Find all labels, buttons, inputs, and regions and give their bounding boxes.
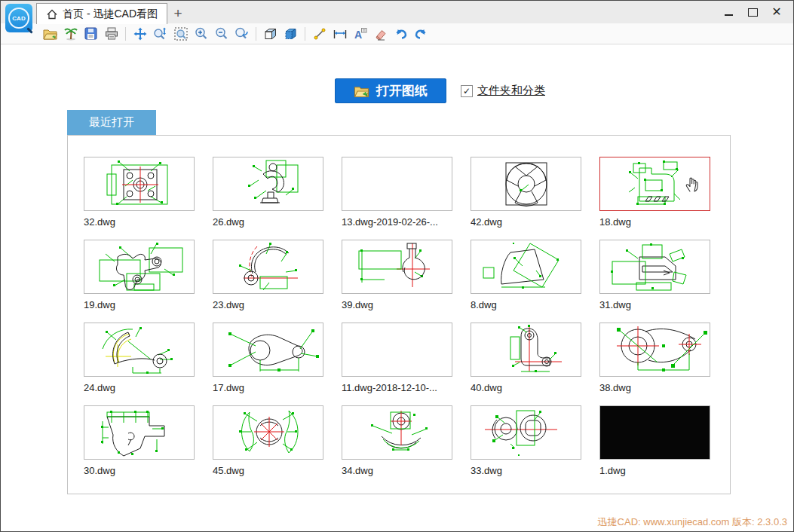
thumbnail-preview[interactable] xyxy=(599,405,710,460)
thumbnail-filename: 13.dwg-2019-02-26-... xyxy=(342,216,452,228)
thumbnail-preview[interactable] xyxy=(342,323,452,377)
toolbar: A xyxy=(1,23,793,44)
cad-drawing-sketch xyxy=(471,406,581,459)
folder-category-checkbox[interactable]: ✓ xyxy=(461,85,473,97)
measure-button[interactable] xyxy=(330,25,350,43)
zoom-out-button[interactable] xyxy=(211,25,231,43)
thumbnail-item[interactable]: 40.dwg xyxy=(471,323,581,395)
thumbnail-item[interactable]: 39.dwg xyxy=(342,240,452,312)
zoom-previous-button[interactable] xyxy=(231,25,252,43)
thumbnail-item[interactable]: 26.dwg xyxy=(213,157,323,229)
thumbnail-preview[interactable] xyxy=(342,157,452,211)
save-button[interactable] xyxy=(81,25,101,43)
maximize-button[interactable] xyxy=(740,2,765,23)
pan-icon xyxy=(133,27,147,41)
thumbnail-item[interactable]: 33.dwg xyxy=(471,405,581,478)
thumbnail-item[interactable]: 11.dwg-2018-12-10-... xyxy=(342,323,452,395)
thumbnail-preview[interactable] xyxy=(471,405,581,460)
cad-drawing-sketch xyxy=(342,406,452,459)
thumbnail-item[interactable]: 31.dwg xyxy=(599,240,710,312)
thumbnail-preview[interactable] xyxy=(213,405,323,460)
thumbnail-item[interactable]: 45.dwg xyxy=(213,405,323,478)
minimize-button[interactable] xyxy=(716,2,740,23)
thumbnail-filename: 1.dwg xyxy=(599,465,710,476)
tab-home[interactable]: 首页 - 迅捷CAD看图 xyxy=(36,3,167,24)
measure-icon xyxy=(333,27,348,41)
thumbnail-item[interactable]: 19.dwg xyxy=(84,240,195,312)
thumbnail-item[interactable]: 13.dwg-2019-02-26-... xyxy=(342,157,452,229)
close-icon: ✕ xyxy=(771,6,781,18)
thumbnail-preview[interactable] xyxy=(599,240,710,294)
new-tab-button[interactable]: + xyxy=(168,4,188,23)
title-bar[interactable]: 首页 - 迅捷CAD看图 + ✕ xyxy=(1,1,793,23)
thumbnail-item[interactable]: 32.dwg xyxy=(84,157,195,229)
thumbnail-preview[interactable] xyxy=(84,323,195,377)
open-drawing-label: 打开图纸 xyxy=(376,82,428,99)
thumbnail-item[interactable]: 1.dwg xyxy=(599,405,710,478)
svg-text:A: A xyxy=(354,29,362,41)
thumbnail-grid: 32.dwg 26.dwg 13.dwg-2019-02-26-... 42.d… xyxy=(84,157,710,478)
thumbnail-filename: 45.dwg xyxy=(213,465,323,476)
cad-drawing-sketch xyxy=(471,240,581,293)
cad-drawing-sketch xyxy=(213,240,323,293)
redo-button[interactable] xyxy=(411,25,431,43)
footer-version-text: 迅捷CAD: www.xunjiecad.com 版本: 2.3.0.3 xyxy=(598,515,787,529)
zoom-dynamic-icon xyxy=(153,27,167,41)
thumbnail-preview[interactable] xyxy=(471,157,581,211)
image-browse-button[interactable] xyxy=(60,25,81,43)
thumbnail-item[interactable]: 38.dwg xyxy=(599,323,710,395)
thumbnail-preview[interactable] xyxy=(84,405,195,460)
cad-drawing-sketch xyxy=(213,157,323,210)
image-browse-icon xyxy=(64,27,78,41)
thumbnail-filename: 23.dwg xyxy=(213,299,323,310)
view-3d-solid-icon xyxy=(284,27,298,41)
thumbnail-preview[interactable] xyxy=(84,240,195,294)
cad-drawing-sketch xyxy=(84,157,194,210)
thumbnail-preview[interactable] xyxy=(213,157,323,211)
folder-category-option[interactable]: ✓ 文件夹和分类 xyxy=(461,84,545,98)
thumbnail-item[interactable]: 18.dwg xyxy=(599,157,710,229)
open-folder-icon xyxy=(43,27,58,41)
open-drawing-button[interactable]: 打开图纸 xyxy=(335,78,446,103)
thumbnail-preview[interactable] xyxy=(84,157,195,211)
minimize-icon xyxy=(725,14,733,16)
zoom-window-button[interactable] xyxy=(170,25,191,43)
print-button[interactable] xyxy=(101,25,121,43)
thumbnail-item[interactable]: 23.dwg xyxy=(213,240,323,312)
thumbnail-preview[interactable] xyxy=(213,323,323,377)
zoom-in-icon xyxy=(195,27,208,41)
zoom-window-icon xyxy=(174,27,188,41)
thumbnail-item[interactable]: 24.dwg xyxy=(84,323,195,395)
eraser-button[interactable] xyxy=(370,25,391,43)
thumbnail-item[interactable]: 17.dwg xyxy=(213,323,323,395)
thumbnail-preview[interactable] xyxy=(471,323,581,377)
zoom-dynamic-button[interactable] xyxy=(150,25,170,43)
tab-recently-opened[interactable]: 最近打开 xyxy=(67,110,156,135)
text-tool-button[interactable]: A xyxy=(350,25,370,43)
thumbnail-preview[interactable] xyxy=(599,323,710,377)
thumbnail-filename: 18.dwg xyxy=(599,216,710,228)
thumbnail-preview[interactable] xyxy=(599,157,710,211)
pan-button[interactable] xyxy=(130,25,150,43)
thumbnail-item[interactable]: 8.dwg xyxy=(471,240,581,312)
cad-drawing-sketch xyxy=(600,323,710,376)
thumbnail-filename: 19.dwg xyxy=(84,299,195,310)
folder-category-label[interactable]: 文件夹和分类 xyxy=(477,84,545,98)
open-folder-button[interactable] xyxy=(40,25,60,43)
thumbnail-item[interactable]: 30.dwg xyxy=(84,405,195,478)
undo-button[interactable] xyxy=(391,25,411,43)
thumbnail-preview[interactable] xyxy=(213,240,323,294)
thumbnail-preview[interactable] xyxy=(342,240,452,294)
view-3d-solid-button[interactable] xyxy=(281,25,301,43)
line-tool-button[interactable] xyxy=(309,25,330,43)
thumbnail-item[interactable]: 34.dwg xyxy=(342,405,452,478)
thumbnail-filename: 11.dwg-2018-12-10-... xyxy=(342,382,452,393)
view-3d-wireframe-button[interactable] xyxy=(260,25,281,43)
thumbnail-preview[interactable] xyxy=(471,240,581,294)
thumbnail-preview[interactable] xyxy=(342,405,452,460)
thumbnail-filename: 34.dwg xyxy=(342,465,452,476)
close-button[interactable]: ✕ xyxy=(765,2,789,23)
undo-icon xyxy=(394,27,408,41)
zoom-in-button[interactable] xyxy=(191,25,211,43)
thumbnail-item[interactable]: 42.dwg xyxy=(471,157,581,229)
